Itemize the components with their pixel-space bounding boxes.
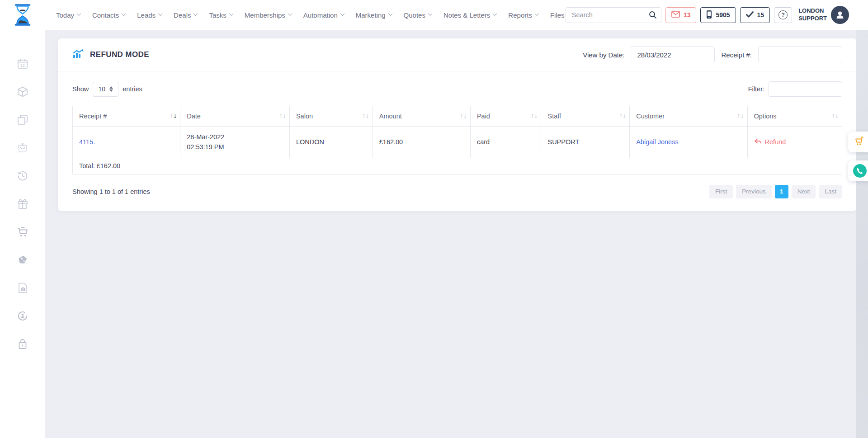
topbar: Today Contacts Leads Deals Tasks Members… [0, 0, 868, 30]
filter-group: Filter: [748, 81, 842, 97]
page-length-select[interactable]: 10 [93, 82, 118, 97]
sort-icon: ↑↓ [279, 113, 286, 119]
amount-cell: £162.00 [373, 127, 470, 158]
pagination-last-button[interactable]: Last [819, 185, 842, 198]
show-entries-group: Show 10 entries [72, 82, 142, 97]
nav-notes-letters[interactable]: Notes & Letters [443, 11, 496, 19]
nav-automation[interactable]: Automation [303, 11, 344, 19]
floating-cart-button[interactable] [848, 132, 868, 152]
pagination-next-button[interactable]: Next [792, 185, 816, 198]
floating-phone-button[interactable] [848, 160, 868, 181]
cart-icon [854, 136, 865, 148]
nav-deals[interactable]: Deals [174, 11, 197, 19]
lock-icon[interactable] [17, 338, 28, 350]
cube-icon[interactable] [17, 86, 28, 98]
calendar-icon[interactable]: 12 [17, 58, 28, 70]
hourglass-logo-icon[interactable] [13, 4, 33, 26]
tasks-badge[interactable]: 15 [740, 7, 770, 23]
chevron-down-icon [340, 11, 344, 16]
select-stepper-icon [109, 86, 113, 92]
showing-entries-text: Showing 1 to 1 of 1 entries [72, 188, 150, 195]
nav-quotes[interactable]: Quotes [404, 11, 432, 19]
table-footer: Showing 1 to 1 of 1 entries First Previo… [72, 185, 842, 198]
nav-today[interactable]: Today [56, 11, 80, 19]
user-name: LONDON SUPPORT [798, 7, 827, 23]
search-icon[interactable] [649, 11, 657, 21]
column-header-salon[interactable]: Salon↑↓ [289, 106, 373, 127]
show-label: Show [72, 85, 89, 93]
cart-icon[interactable] [17, 226, 28, 238]
receipt-cell: 4115. [73, 127, 180, 158]
column-label: Date [187, 113, 201, 120]
receipt-number-label: Receipt #: [721, 51, 752, 59]
chevron-down-icon [193, 11, 198, 16]
pagination-previous-button[interactable]: Previous [736, 185, 772, 198]
refund-button[interactable]: Refund [754, 138, 835, 146]
chevron-down-icon [388, 11, 392, 16]
report-icon[interactable] [17, 282, 28, 294]
filter-label: Filter: [748, 85, 764, 93]
column-header-customer[interactable]: Customer↑↓ [630, 106, 747, 127]
price-tag-icon[interactable]: $ [17, 254, 28, 266]
nav-label: Quotes [404, 11, 425, 19]
filter-input[interactable] [769, 81, 842, 97]
table-row: 4115. 28-Mar-2022 02:53:19 PM LONDON £16… [73, 127, 842, 158]
phone-calls-badge[interactable]: 5905 [700, 7, 736, 23]
nav-marketing[interactable]: Marketing [356, 11, 392, 19]
nav-label: Automation [303, 11, 338, 19]
main-content: REFUND MODE View by Date: Receipt #: Sho… [45, 30, 868, 438]
table-controls: Show 10 entries Filter: [72, 81, 842, 97]
header-controls: View by Date: Receipt #: [583, 46, 842, 63]
column-header-paid[interactable]: Paid↑↓ [470, 106, 541, 127]
nav-contacts[interactable]: Contacts [92, 11, 125, 19]
layers-icon[interactable] [17, 114, 28, 126]
user-menu[interactable]: LONDON SUPPORT [798, 6, 849, 24]
help-button[interactable]: ? [774, 7, 792, 23]
nav-label: Contacts [92, 11, 119, 19]
page-title-text: REFUND MODE [90, 50, 149, 59]
account-icon[interactable] [17, 310, 28, 322]
nav-tasks[interactable]: Tasks [209, 11, 232, 19]
svg-text:12: 12 [20, 63, 25, 68]
sort-icon: ↑↓ [170, 113, 176, 119]
gift-icon[interactable] [17, 198, 28, 210]
history-icon[interactable] [17, 170, 28, 182]
avatar[interactable] [831, 6, 849, 24]
sort-icon: ↑↓ [460, 113, 467, 119]
nav-memberships[interactable]: Memberships [245, 11, 292, 19]
refund-mode-card: REFUND MODE View by Date: Receipt #: Sho… [58, 38, 857, 211]
pagination-first-button[interactable]: First [709, 185, 733, 198]
chevron-down-icon [493, 11, 497, 16]
search-input[interactable] [566, 7, 661, 23]
pagination-page-1-button[interactable]: 1 [775, 185, 788, 198]
nav-label: Tasks [209, 11, 226, 19]
date-input[interactable] [631, 46, 715, 63]
table-header-row: Receipt #↑↓ Date↑↓ Salon↑↓ Amount↑↓ Paid… [73, 106, 842, 127]
receipt-link[interactable]: 4115. [79, 138, 95, 146]
column-header-receipt[interactable]: Receipt #↑↓ [73, 106, 180, 127]
column-label: Staff [547, 113, 561, 120]
nav-files[interactable]: Files [550, 11, 565, 19]
nav-label: Files [550, 11, 565, 19]
topbar-right: 13 5905 15 ? LONDON SUPPORT [566, 6, 849, 24]
customer-link[interactable]: Abigail Joness [636, 138, 679, 146]
nav-leads[interactable]: Leads [137, 11, 162, 19]
chevron-down-icon [77, 11, 81, 16]
chevron-down-icon [158, 11, 163, 16]
sort-icon: ↑↓ [530, 113, 537, 119]
undo-arrow-icon [754, 138, 761, 146]
nav-reports[interactable]: Reports [508, 11, 538, 19]
chart-icon [72, 49, 84, 61]
nav-label: Reports [508, 11, 532, 19]
shopping-bag-icon[interactable] [17, 142, 28, 154]
column-header-amount[interactable]: Amount↑↓ [373, 106, 470, 127]
card-header: REFUND MODE View by Date: Receipt #: [58, 38, 857, 71]
phone-calls-count: 5905 [716, 11, 730, 19]
messages-badge[interactable]: 13 [665, 7, 697, 23]
main-nav: Today Contacts Leads Deals Tasks Members… [56, 11, 566, 19]
receipt-number-input[interactable] [758, 46, 842, 63]
column-header-staff[interactable]: Staff↑↓ [541, 106, 630, 127]
column-header-options[interactable]: Options↑↓ [747, 106, 842, 127]
help-icon: ? [778, 10, 788, 19]
column-header-date[interactable]: Date↑↓ [180, 106, 290, 127]
